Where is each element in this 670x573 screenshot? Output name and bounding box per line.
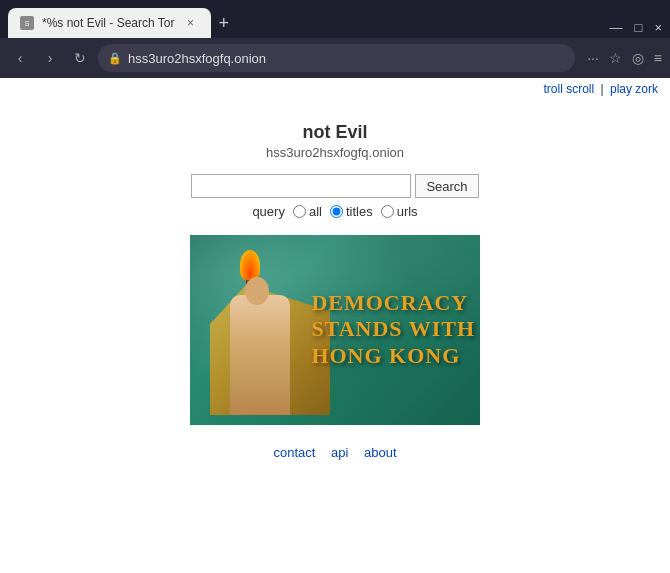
browser-tab[interactable]: S *%s not Evil - Search Tor × bbox=[8, 8, 211, 38]
window-controls: — □ × bbox=[610, 21, 670, 38]
top-right-links: troll scroll | play zork bbox=[0, 78, 670, 98]
search-input[interactable] bbox=[191, 174, 411, 198]
minimize-button[interactable]: — bbox=[610, 21, 623, 34]
all-label: all bbox=[309, 204, 322, 219]
troll-scroll-link[interactable]: troll scroll bbox=[543, 82, 594, 96]
contact-link[interactable]: contact bbox=[273, 445, 315, 460]
urls-radio[interactable] bbox=[381, 205, 394, 218]
close-window-button[interactable]: × bbox=[654, 21, 662, 34]
new-tab-button[interactable]: + bbox=[211, 8, 238, 38]
poster-image: DEMOCRACY STANDS WITH HONG KONG bbox=[190, 235, 480, 425]
woman-body bbox=[230, 295, 290, 415]
tab-favicon: S bbox=[20, 16, 34, 30]
address-bar-input-wrap[interactable]: 🔒 hss3uro2hsxfogfq.onion bbox=[98, 44, 575, 72]
site-subtitle: hss3uro2hsxfogfq.onion bbox=[266, 145, 404, 160]
about-link[interactable]: about bbox=[364, 445, 397, 460]
search-row: Search bbox=[191, 174, 478, 198]
browser-window: S *%s not Evil - Search Tor × + — □ × ‹ … bbox=[0, 0, 670, 573]
tab-close-button[interactable]: × bbox=[183, 15, 199, 31]
play-zork-link[interactable]: play zork bbox=[610, 82, 658, 96]
svg-text:S: S bbox=[25, 20, 30, 27]
extension-icon[interactable]: ◎ bbox=[632, 50, 644, 66]
poster-line-1: DEMOCRACY bbox=[311, 290, 475, 316]
content-area: troll scroll | play zork not Evil hss3ur… bbox=[0, 78, 670, 573]
star-icon[interactable]: ☆ bbox=[609, 50, 622, 66]
link-separator: | bbox=[601, 82, 604, 96]
refresh-button[interactable]: ↻ bbox=[68, 46, 92, 70]
poster-line-2: STANDS WITH bbox=[311, 317, 475, 343]
lock-icon: 🔒 bbox=[108, 52, 122, 65]
tab-title: *%s not Evil - Search Tor bbox=[42, 16, 175, 30]
forward-button[interactable]: › bbox=[38, 46, 62, 70]
woman-head bbox=[245, 277, 269, 305]
api-link[interactable]: api bbox=[331, 445, 348, 460]
all-radio[interactable] bbox=[293, 205, 306, 218]
poster-text-overlay: DEMOCRACY STANDS WITH HONG KONG bbox=[311, 290, 475, 369]
query-label: query bbox=[252, 204, 285, 219]
menu-icon[interactable]: ≡ bbox=[654, 50, 662, 66]
address-bar: ‹ › ↻ 🔒 hss3uro2hsxfogfq.onion ··· ☆ ◎ ≡ bbox=[0, 38, 670, 78]
poster-line-3: HONG KONG bbox=[311, 343, 475, 369]
titles-label: titles bbox=[346, 204, 373, 219]
address-text: hss3uro2hsxfogfq.onion bbox=[128, 51, 565, 66]
urls-label: urls bbox=[397, 204, 418, 219]
tab-bar: S *%s not Evil - Search Tor × + — □ × bbox=[0, 0, 670, 38]
titles-radio[interactable] bbox=[330, 205, 343, 218]
urls-radio-label[interactable]: urls bbox=[381, 204, 418, 219]
maximize-button[interactable]: □ bbox=[635, 21, 643, 34]
poster-image-container: DEMOCRACY STANDS WITH HONG KONG bbox=[190, 235, 480, 425]
footer-links: contact api about bbox=[267, 445, 402, 460]
radio-row: query all titles urls bbox=[252, 204, 417, 219]
toolbar-icons: ··· ☆ ◎ ≡ bbox=[581, 50, 662, 66]
search-button[interactable]: Search bbox=[415, 174, 478, 198]
more-icon[interactable]: ··· bbox=[587, 50, 599, 66]
titles-radio-label[interactable]: titles bbox=[330, 204, 373, 219]
back-button[interactable]: ‹ bbox=[8, 46, 32, 70]
site-title: not Evil bbox=[302, 122, 367, 143]
all-radio-label[interactable]: all bbox=[293, 204, 322, 219]
